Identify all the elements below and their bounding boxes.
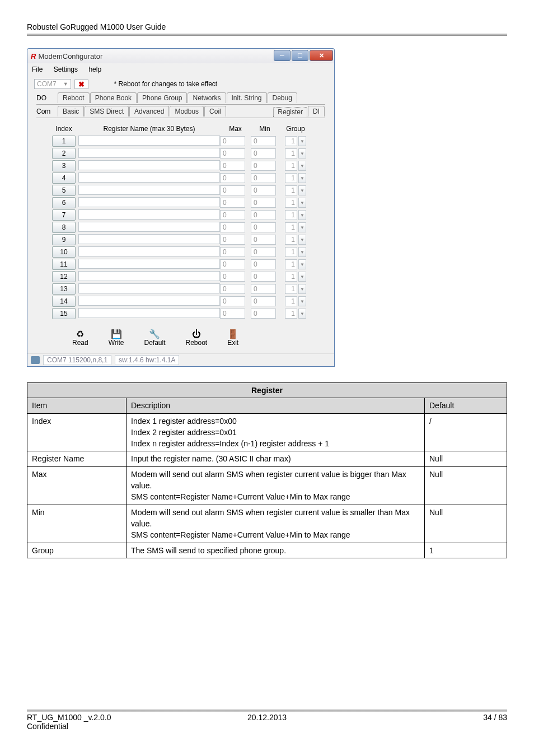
index-button[interactable]: 9: [52, 234, 76, 245]
max-input[interactable]: [220, 136, 245, 146]
min-input[interactable]: [251, 235, 276, 245]
min-input[interactable]: [251, 247, 276, 257]
index-button[interactable]: 3: [52, 160, 76, 171]
chevron-down-icon[interactable]: ▼: [298, 284, 306, 294]
default-button[interactable]: 🔧Default: [144, 330, 165, 347]
register-name-input[interactable]: [78, 185, 220, 195]
close-button[interactable]: ✕: [310, 50, 333, 61]
max-input[interactable]: [220, 210, 245, 220]
group-spinner[interactable]: 1: [285, 235, 297, 245]
group-spinner[interactable]: 1: [285, 272, 297, 282]
min-input[interactable]: [251, 198, 276, 208]
min-input[interactable]: [251, 296, 276, 306]
max-input[interactable]: [220, 284, 245, 294]
index-button[interactable]: 2: [52, 148, 76, 159]
com-port-select[interactable]: COM7 ▼: [34, 79, 71, 89]
chevron-down-icon[interactable]: ▼: [298, 198, 306, 208]
max-input[interactable]: [220, 296, 245, 306]
max-input[interactable]: [220, 185, 245, 195]
group-spinner[interactable]: 1: [285, 198, 297, 208]
max-input[interactable]: [220, 173, 245, 183]
max-input[interactable]: [220, 247, 245, 257]
max-input[interactable]: [220, 161, 245, 171]
group-spinner[interactable]: 1: [285, 148, 297, 158]
register-name-input[interactable]: [78, 283, 220, 293]
register-name-input[interactable]: [78, 234, 220, 244]
chevron-down-icon[interactable]: ▼: [298, 148, 306, 158]
register-name-input[interactable]: [78, 259, 220, 269]
register-name-input[interactable]: [78, 222, 220, 232]
max-input[interactable]: [220, 272, 245, 282]
register-name-input[interactable]: [78, 246, 220, 256]
group-spinner[interactable]: 1: [285, 259, 297, 269]
group-spinner[interactable]: 1: [285, 210, 297, 220]
disconnect-button[interactable]: ✖: [74, 80, 88, 89]
max-input[interactable]: [220, 309, 245, 319]
register-name-input[interactable]: [78, 308, 220, 318]
tab-sms-direct[interactable]: SMS Direct: [85, 106, 129, 116]
menu-file[interactable]: File: [32, 66, 43, 73]
min-input[interactable]: [251, 222, 276, 232]
chevron-down-icon[interactable]: ▼: [298, 136, 306, 146]
chevron-down-icon[interactable]: ▼: [298, 247, 306, 257]
index-button[interactable]: 8: [52, 222, 76, 233]
group-spinner[interactable]: 1: [285, 296, 297, 306]
index-button[interactable]: 7: [52, 209, 76, 221]
register-name-input[interactable]: [78, 296, 220, 306]
read-button[interactable]: ♻Read: [72, 330, 88, 347]
minimize-button[interactable]: ─: [274, 50, 291, 61]
register-name-input[interactable]: [78, 172, 220, 183]
max-input[interactable]: [220, 148, 245, 158]
register-name-input[interactable]: [78, 160, 220, 170]
register-name-input[interactable]: [78, 148, 220, 158]
max-input[interactable]: [220, 259, 245, 269]
chevron-down-icon[interactable]: ▼: [298, 173, 306, 183]
index-button[interactable]: 13: [52, 283, 76, 295]
min-input[interactable]: [251, 272, 276, 282]
index-button[interactable]: 1: [52, 136, 76, 147]
tab-init-string[interactable]: Init. String: [227, 92, 267, 103]
chevron-down-icon[interactable]: ▼: [298, 272, 306, 282]
group-spinner[interactable]: 1: [285, 136, 297, 146]
max-input[interactable]: [220, 235, 245, 245]
reboot-button[interactable]: ⏻Reboot: [186, 330, 208, 347]
min-input[interactable]: [251, 161, 276, 171]
chevron-down-icon[interactable]: ▼: [298, 235, 306, 245]
min-input[interactable]: [251, 210, 276, 220]
min-input[interactable]: [251, 259, 276, 269]
chevron-down-icon[interactable]: ▼: [298, 309, 306, 319]
tab-advanced[interactable]: Advanced: [129, 106, 169, 116]
tab-di[interactable]: DI: [308, 106, 325, 116]
index-button[interactable]: 10: [52, 246, 76, 258]
tab-basic[interactable]: Basic: [58, 106, 84, 116]
maximize-button[interactable]: ☐: [292, 50, 308, 61]
chevron-down-icon[interactable]: ▼: [298, 222, 306, 232]
tab-networks[interactable]: Networks: [188, 92, 226, 103]
min-input[interactable]: [251, 309, 276, 319]
group-spinner[interactable]: 1: [285, 247, 297, 257]
register-name-input[interactable]: [78, 197, 220, 207]
index-button[interactable]: 12: [52, 271, 76, 282]
register-name-input[interactable]: [78, 136, 220, 146]
min-input[interactable]: [251, 148, 276, 158]
chevron-down-icon[interactable]: ▼: [298, 259, 306, 269]
min-input[interactable]: [251, 173, 276, 183]
index-button[interactable]: 14: [52, 296, 76, 307]
min-input[interactable]: [251, 284, 276, 294]
write-button[interactable]: 💾Write: [109, 330, 124, 347]
chevron-down-icon[interactable]: ▼: [298, 210, 306, 220]
group-spinner[interactable]: 1: [285, 185, 297, 195]
tab-debug[interactable]: Debug: [268, 92, 297, 103]
index-button[interactable]: 5: [52, 185, 76, 196]
group-spinner[interactable]: 1: [285, 309, 297, 319]
tab-modbus[interactable]: Modbus: [170, 106, 204, 116]
menu-settings[interactable]: Settings: [54, 66, 78, 73]
min-input[interactable]: [251, 185, 276, 195]
menu-help[interactable]: help: [88, 66, 101, 73]
window-titlebar[interactable]: R ModemConfigurator ─ ☐ ✕: [27, 48, 335, 63]
register-name-input[interactable]: [78, 209, 220, 220]
index-button[interactable]: 6: [52, 197, 76, 208]
group-spinner[interactable]: 1: [285, 161, 297, 171]
max-input[interactable]: [220, 198, 245, 208]
exit-button[interactable]: 🚪Exit: [227, 330, 238, 347]
